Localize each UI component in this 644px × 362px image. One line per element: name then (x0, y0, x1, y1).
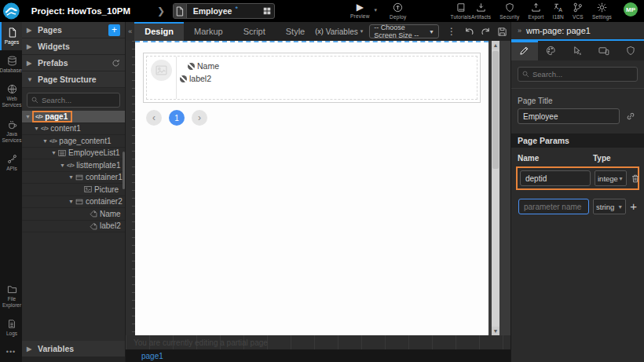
chevron-down-icon[interactable]: ▼ (51, 150, 58, 155)
rail-item-web-services[interactable]: Web Services (0, 79, 22, 113)
tab-devices[interactable] (591, 41, 617, 60)
pagination-next-button[interactable]: › (192, 110, 207, 126)
list-template-item[interactable]: Name label2 (146, 56, 478, 100)
picture-cell[interactable] (147, 57, 177, 99)
scroll-up-icon[interactable]: ▲ (492, 41, 499, 49)
folder-icon (7, 284, 17, 294)
export-button[interactable]: Export (528, 2, 543, 20)
tab-events[interactable] (565, 41, 591, 60)
collapse-left-panel-button[interactable]: « (126, 22, 134, 41)
tab-styles[interactable] (538, 41, 565, 60)
coffee-icon (7, 119, 17, 130)
logs-icon (7, 319, 16, 329)
wavemaker-logo[interactable] (2, 2, 20, 20)
vcs-button[interactable]: VCS (573, 2, 584, 20)
artifacts-button[interactable]: Artifacts (471, 2, 491, 20)
tab-style[interactable]: Style (276, 22, 315, 41)
scrollbar-thumb[interactable] (492, 51, 499, 169)
pagination-page-1[interactable]: 1 (169, 110, 185, 126)
page-selector-dropdown[interactable]: Employee * (173, 3, 275, 19)
section-widgets[interactable]: ▶ Widgets (22, 38, 125, 55)
undo-button[interactable] (464, 27, 474, 37)
param-row-new: string ▼ + (516, 196, 639, 217)
param-type-select[interactable]: intege ▼ (595, 170, 627, 186)
tree-item-name[interactable]: Name (22, 208, 125, 221)
employee-list-widget[interactable]: Name label2 (143, 53, 481, 103)
bind-link-icon[interactable] (626, 112, 635, 121)
save-button[interactable] (497, 27, 507, 37)
rail-item-apis[interactable]: APIs (0, 148, 22, 177)
chevron-down-icon[interactable]: ▼ (25, 114, 32, 119)
tree-item-page1[interactable]: ▼ </> page1 (22, 111, 125, 123)
tree-item-label2[interactable]: label2 (22, 221, 125, 233)
tab-design[interactable]: Design (134, 22, 184, 41)
chevron-down-icon[interactable]: ▾ (375, 7, 378, 13)
rail-item-pages[interactable]: Pages (0, 22, 22, 50)
tree-item-container1[interactable]: ▼ container1 (22, 172, 125, 185)
structure-search-input[interactable] (42, 96, 115, 104)
device-icon (598, 46, 609, 56)
binding-icon (180, 75, 187, 82)
rail-item-logs[interactable]: Logs (0, 313, 22, 342)
divider (511, 88, 644, 89)
deploy-button[interactable]: Deploy (390, 2, 406, 20)
page-grid-icon[interactable] (260, 3, 274, 19)
new-param-name-input[interactable] (518, 199, 589, 214)
tutorials-button[interactable]: Tutorials (451, 2, 471, 20)
section-prefabs[interactable]: ▶ Prefabs (22, 55, 125, 71)
security-button[interactable]: Security (499, 2, 519, 20)
tree-item-picture[interactable]: Picture (22, 184, 125, 196)
section-page-structure[interactable]: ▼ Page Structure (22, 71, 125, 88)
redo-button[interactable] (481, 27, 491, 37)
chevron-down-icon[interactable]: ▼ (68, 199, 75, 204)
chevron-down-icon[interactable]: ▼ (42, 138, 49, 144)
rail-item-databases[interactable]: Databases (0, 50, 22, 79)
delete-param-button[interactable] (631, 174, 640, 184)
chevron-down-icon[interactable]: ▼ (68, 174, 75, 180)
left-panel-scrollbar[interactable] (123, 152, 125, 189)
chevron-down-icon[interactable]: ▼ (60, 163, 67, 168)
refresh-icon[interactable] (112, 59, 120, 68)
collapse-right-panel-button[interactable]: » (518, 27, 521, 35)
new-param-type-select[interactable]: string ▼ (593, 199, 626, 214)
tab-markup[interactable]: Markup (184, 22, 233, 41)
canvas-scrollbar[interactable]: ▲ ▼ (492, 41, 499, 335)
tab-security[interactable] (617, 41, 644, 60)
tab-properties[interactable] (511, 41, 538, 60)
image-placeholder[interactable] (151, 60, 172, 81)
page-title-input[interactable] (518, 108, 620, 124)
param-name-input[interactable] (520, 170, 591, 186)
rail-item-file-explorer[interactable]: File Explorer (0, 279, 22, 313)
name-label-widget[interactable]: Name (177, 60, 477, 72)
i18n-button[interactable]: A I18N (552, 2, 564, 20)
bottom-tab-page1[interactable]: page1 (126, 352, 163, 360)
user-avatar[interactable]: MP (624, 2, 638, 16)
tree-item-listtemplate1[interactable]: ▼ </> listtemplate1 (22, 159, 125, 172)
chevron-down-icon[interactable]: ▼ (34, 126, 41, 131)
project-name: Project: HowTos_10PM (31, 6, 130, 16)
rail-item-java-services[interactable]: Java Services (0, 114, 22, 148)
preview-button[interactable]: ▶ Preview (350, 2, 370, 19)
label2-widget[interactable]: label2 (177, 72, 477, 85)
canvas-page[interactable]: Name label2 ‹ 1 › (135, 41, 488, 335)
rail-overflow-menu[interactable]: ••• (0, 342, 22, 362)
variables-dropdown[interactable]: (x) Variables ▾ (315, 27, 363, 36)
section-pages[interactable]: ▶ Pages + (22, 22, 125, 38)
section-variables[interactable]: ▶ Variables (22, 341, 125, 357)
chevron-down-icon: ▼ (617, 204, 623, 210)
scroll-down-icon[interactable]: ▼ (492, 327, 499, 335)
svg-text:A: A (558, 7, 562, 13)
more-options-icon[interactable]: ⋮ (445, 26, 458, 37)
add-page-button[interactable]: + (108, 24, 120, 36)
properties-search-input[interactable] (532, 70, 633, 79)
screen-size-select[interactable]: -- Choose Screen Size -- ▼ (369, 24, 439, 38)
tree-item-content1[interactable]: ▼ </> content1 (22, 123, 125, 136)
tree-item-container2[interactable]: ▼ container2 (22, 196, 125, 209)
tree-item-employeelist1[interactable]: ▼ EmployeeList1 (22, 148, 125, 160)
left-icon-rail: Pages Databases Web Services Java Servic… (0, 22, 22, 362)
pagination-prev-button[interactable]: ‹ (146, 110, 162, 126)
settings-button[interactable]: Settings (592, 2, 612, 20)
tab-script[interactable]: Script (233, 22, 276, 41)
tree-item-page-content1[interactable]: ▼ </> page_content1 (22, 135, 125, 148)
add-param-button[interactable]: + (630, 202, 637, 211)
